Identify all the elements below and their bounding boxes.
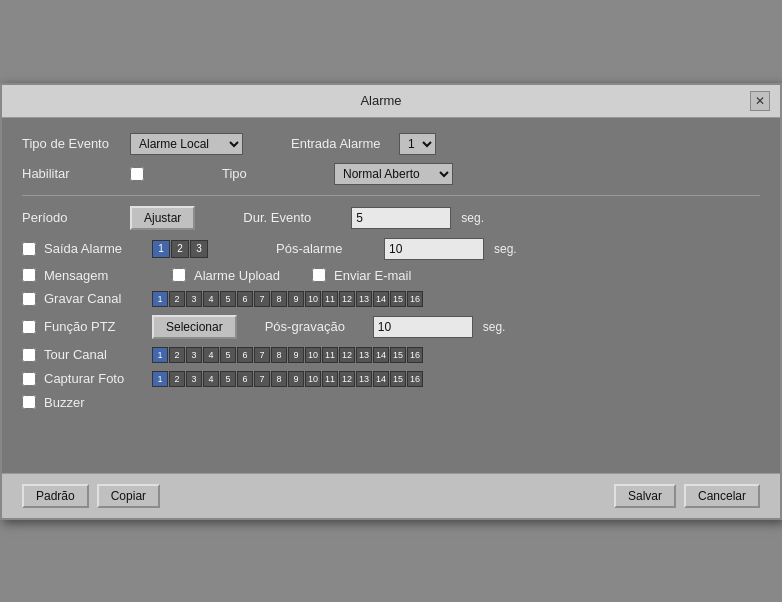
gravar-ch-9[interactable]: 9 — [288, 291, 304, 307]
tour-ch-5[interactable]: 5 — [220, 347, 236, 363]
saida-alarme-label: Saída Alarme — [44, 241, 144, 256]
capturar-foto-checkbox[interactable] — [22, 372, 36, 386]
foto-ch-10[interactable]: 10 — [305, 371, 321, 387]
foto-ch-15[interactable]: 15 — [390, 371, 406, 387]
foto-ch-12[interactable]: 12 — [339, 371, 355, 387]
gravar-ch-4[interactable]: 4 — [203, 291, 219, 307]
entrada-alarme-select[interactable]: 1234 5678 — [399, 133, 436, 155]
gravar-canal-checkbox[interactable] — [22, 292, 36, 306]
foto-ch-8[interactable]: 8 — [271, 371, 287, 387]
mensagem-row: Mensagem Alarme Upload Enviar E-mail — [22, 268, 760, 283]
alarme-upload-checkbox[interactable] — [172, 268, 186, 282]
enviar-email-checkbox[interactable] — [312, 268, 326, 282]
tour-ch-6[interactable]: 6 — [237, 347, 253, 363]
pos-alarme-label: Pós-alarme — [276, 241, 376, 256]
gravar-ch-12[interactable]: 12 — [339, 291, 355, 307]
tipo-label: Tipo — [222, 166, 322, 181]
gravar-canal-label: Gravar Canal — [44, 291, 144, 306]
buzzer-label: Buzzer — [44, 395, 144, 410]
gravar-ch-2[interactable]: 2 — [169, 291, 185, 307]
pos-alarme-input[interactable] — [384, 238, 484, 260]
foto-ch-14[interactable]: 14 — [373, 371, 389, 387]
foto-ch-6[interactable]: 6 — [237, 371, 253, 387]
saida-alarme-checkbox[interactable] — [22, 242, 36, 256]
buzzer-checkbox[interactable] — [22, 395, 36, 409]
tour-ch-7[interactable]: 7 — [254, 347, 270, 363]
saida-ch-1[interactable]: 1 — [152, 240, 170, 258]
gravar-ch-15[interactable]: 15 — [390, 291, 406, 307]
pos-gravacao-seg: seg. — [483, 320, 506, 334]
tour-ch-1[interactable]: 1 — [152, 347, 168, 363]
foto-ch-16[interactable]: 16 — [407, 371, 423, 387]
habilitar-label: Habilitar — [22, 166, 122, 181]
enviar-email-label: Enviar E-mail — [334, 268, 434, 283]
foto-ch-3[interactable]: 3 — [186, 371, 202, 387]
dialog-content: Tipo de Evento Alarme Local Alarme Exter… — [2, 118, 780, 473]
foto-ch-13[interactable]: 13 — [356, 371, 372, 387]
tour-ch-4[interactable]: 4 — [203, 347, 219, 363]
gravar-ch-5[interactable]: 5 — [220, 291, 236, 307]
funcao-ptz-checkbox[interactable] — [22, 320, 36, 334]
selecionar-button[interactable]: Selecionar — [152, 315, 237, 339]
copiar-button[interactable]: Copiar — [97, 484, 160, 508]
gravar-ch-1[interactable]: 1 — [152, 291, 168, 307]
gravar-ch-3[interactable]: 3 — [186, 291, 202, 307]
dur-evento-seg: seg. — [461, 211, 484, 225]
tipo-evento-label: Tipo de Evento — [22, 136, 122, 151]
foto-ch-9[interactable]: 9 — [288, 371, 304, 387]
tour-canal-checkbox[interactable] — [22, 348, 36, 362]
gravar-ch-13[interactable]: 13 — [356, 291, 372, 307]
bottom-right-buttons: Salvar Cancelar — [614, 484, 760, 508]
foto-ch-11[interactable]: 11 — [322, 371, 338, 387]
saida-ch-2[interactable]: 2 — [171, 240, 189, 258]
foto-ch-7[interactable]: 7 — [254, 371, 270, 387]
dur-evento-input[interactable] — [351, 207, 451, 229]
tour-ch-9[interactable]: 9 — [288, 347, 304, 363]
tour-ch-2[interactable]: 2 — [169, 347, 185, 363]
gravar-ch-11[interactable]: 11 — [322, 291, 338, 307]
tour-canal-label: Tour Canal — [44, 347, 144, 362]
funcao-ptz-label: Função PTZ — [44, 319, 144, 334]
spacer — [22, 418, 760, 458]
alarme-upload-label: Alarme Upload — [194, 268, 294, 283]
tour-ch-15[interactable]: 15 — [390, 347, 406, 363]
tour-ch-8[interactable]: 8 — [271, 347, 287, 363]
tipo-select[interactable]: Normal Aberto Normal Fechado — [334, 163, 453, 185]
saida-alarme-channels: 1 2 3 — [152, 240, 208, 258]
gravar-ch-10[interactable]: 10 — [305, 291, 321, 307]
gravar-canal-row: Gravar Canal 1 2 3 4 5 6 7 8 9 10 11 12 … — [22, 291, 760, 307]
periodo-label: Período — [22, 210, 122, 225]
capturar-foto-channels: 1 2 3 4 5 6 7 8 9 10 11 12 13 14 15 16 — [152, 371, 423, 387]
tour-ch-12[interactable]: 12 — [339, 347, 355, 363]
padrao-button[interactable]: Padrão — [22, 484, 89, 508]
tour-ch-16[interactable]: 16 — [407, 347, 423, 363]
divider1 — [22, 195, 760, 196]
habilitar-checkbox[interactable] — [130, 167, 144, 181]
tour-ch-10[interactable]: 10 — [305, 347, 321, 363]
foto-ch-5[interactable]: 5 — [220, 371, 236, 387]
cancelar-button[interactable]: Cancelar — [684, 484, 760, 508]
mensagem-checkbox[interactable] — [22, 268, 36, 282]
foto-ch-4[interactable]: 4 — [203, 371, 219, 387]
pos-gravacao-input[interactable] — [373, 316, 473, 338]
tipo-evento-row: Tipo de Evento Alarme Local Alarme Exter… — [22, 133, 760, 155]
gravar-ch-8[interactable]: 8 — [271, 291, 287, 307]
tipo-evento-select[interactable]: Alarme Local Alarme Externo — [130, 133, 243, 155]
close-button[interactable]: ✕ — [750, 91, 770, 111]
ajustar-button[interactable]: Ajustar — [130, 206, 195, 230]
tour-ch-11[interactable]: 11 — [322, 347, 338, 363]
gravar-ch-14[interactable]: 14 — [373, 291, 389, 307]
foto-ch-2[interactable]: 2 — [169, 371, 185, 387]
foto-ch-1[interactable]: 1 — [152, 371, 168, 387]
tour-ch-13[interactable]: 13 — [356, 347, 372, 363]
gravar-ch-7[interactable]: 7 — [254, 291, 270, 307]
gravar-ch-16[interactable]: 16 — [407, 291, 423, 307]
tour-ch-14[interactable]: 14 — [373, 347, 389, 363]
capturar-foto-row: Capturar Foto 1 2 3 4 5 6 7 8 9 10 11 12… — [22, 371, 760, 387]
gravar-ch-6[interactable]: 6 — [237, 291, 253, 307]
salvar-button[interactable]: Salvar — [614, 484, 676, 508]
tour-ch-3[interactable]: 3 — [186, 347, 202, 363]
capturar-foto-label: Capturar Foto — [44, 371, 144, 386]
saida-ch-3[interactable]: 3 — [190, 240, 208, 258]
tour-canal-channels: 1 2 3 4 5 6 7 8 9 10 11 12 13 14 15 16 — [152, 347, 423, 363]
